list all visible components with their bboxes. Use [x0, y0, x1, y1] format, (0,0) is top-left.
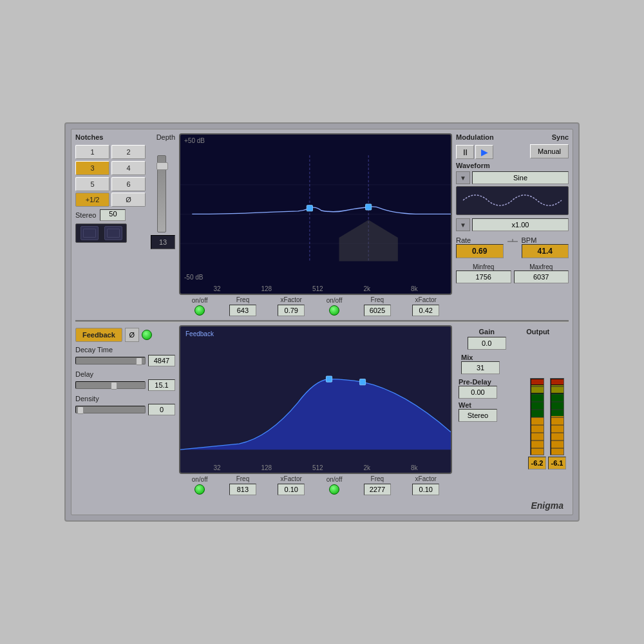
play-button[interactable]: ▶	[475, 145, 493, 159]
spectrum-display-feedback[interactable]: Feedback 32 128 512 2k 8k	[179, 325, 452, 474]
notch-btn-2[interactable]: 2	[111, 145, 146, 159]
svg-rect-6	[307, 205, 312, 211]
depth-slider[interactable]	[157, 155, 166, 232]
meter-right-value: -6.1	[548, 457, 566, 469]
wet-value[interactable]: Stereo	[459, 409, 497, 422]
fb-notch2-led[interactable]	[329, 484, 339, 495]
special-btns: +1/2 Ø	[75, 193, 146, 207]
notch1-onoff-group: on/off	[192, 297, 208, 316]
predelay-label: Pre-Delay	[459, 378, 491, 386]
waveform-preview	[456, 186, 569, 215]
pattern-icon-2[interactable]	[104, 226, 122, 240]
notch1-xfactor-value[interactable]: 0.79	[278, 305, 305, 316]
delay-value[interactable]: 15.1	[148, 379, 175, 391]
notch-btn-3[interactable]: 3	[75, 161, 109, 175]
depth-value[interactable]: 13	[151, 235, 175, 249]
db-top-label: +50 dB	[184, 137, 205, 144]
freq-2k: 2k	[364, 285, 371, 292]
freq-32: 32	[213, 285, 220, 292]
feedback-button[interactable]: Feedback	[75, 328, 122, 342]
pattern-icon-1[interactable]	[80, 226, 99, 240]
waveform-value[interactable]: Sine	[472, 171, 569, 184]
notch1-onoff-label: on/off	[192, 297, 208, 304]
gain-value[interactable]: 0.0	[468, 337, 506, 350]
rate-section: Rate 0.69	[456, 236, 504, 258]
notch2-freq-value[interactable]: 6025	[364, 305, 391, 316]
feedback-spectrum-svg	[180, 327, 451, 473]
meter-left-value: -6.2	[528, 457, 546, 469]
fb-notch1-xfactor-value[interactable]: 0.10	[278, 484, 305, 495]
stereo-label: Stereo	[75, 211, 96, 219]
svg-rect-11	[359, 379, 365, 384]
meter-right: -6.1	[548, 378, 566, 469]
density-row: Density 0	[75, 395, 175, 415]
freq-labels-top: 32 128 512 2k 8k	[180, 285, 451, 292]
notch1-led[interactable]	[194, 305, 205, 316]
minfreq-value[interactable]: 1756	[456, 270, 511, 283]
freq-8k: 8k	[411, 285, 418, 292]
fb-notch2-xfactor-value[interactable]: 0.10	[412, 484, 439, 495]
notch2-xfactor-value[interactable]: 0.42	[412, 305, 439, 316]
mod-buttons: ⏸ ▶	[456, 145, 493, 159]
notch1-freq-group: Freq 643	[229, 296, 256, 316]
meter-left: -6.2	[528, 378, 546, 469]
notch-btn-5[interactable]: 5	[75, 177, 109, 191]
mod-sync-row: Modulation Sync	[456, 133, 569, 141]
fb-notch2-onoff-group: on/off	[327, 476, 343, 495]
predelay-value[interactable]: 0.00	[459, 386, 497, 399]
fb-notch2-freq-value[interactable]: 2277	[364, 484, 391, 495]
notch2-led[interactable]	[329, 305, 339, 316]
maxfreq-value[interactable]: 6037	[514, 270, 569, 283]
decay-time-slider[interactable]	[75, 357, 146, 365]
fb-notch1-freq-value[interactable]: 813	[229, 484, 256, 495]
notch1-freq-value[interactable]: 643	[229, 305, 256, 316]
density-value[interactable]: 0	[148, 404, 175, 415]
feedback-spectrum-label: Feedback	[185, 330, 214, 337]
notch2-xfactor-label: xFactor	[415, 296, 437, 303]
maxfreq-section: Maxfreq 6037	[514, 263, 569, 283]
bpm-value[interactable]: 41.4	[522, 244, 569, 258]
waveform-section: Waveform ▼ Sine ▼	[456, 162, 569, 231]
notch-btn-4[interactable]: 4	[111, 161, 146, 175]
density-slider[interactable]	[75, 406, 146, 413]
fb-notch1-onoff-label: on/off	[192, 476, 208, 483]
pause-button[interactable]: ⏸	[456, 145, 474, 159]
special-btn-phase[interactable]: Ø	[111, 193, 146, 207]
freq-512: 512	[312, 285, 323, 292]
plugin-container: Notches Depth 1 2 3 4 5 6	[64, 122, 580, 522]
waveform-dropdown-arrow[interactable]: ▼	[456, 171, 470, 184]
notch-controls-feedback: on/off Freq 813 xFactor 0.10	[179, 474, 452, 497]
decay-time-value[interactable]: 4847	[148, 355, 175, 366]
spectrum-display-top[interactable]: +50 dB -50 dB	[179, 133, 452, 295]
gain-label: Gain	[479, 328, 495, 336]
waveform-label: Waveform	[456, 162, 569, 169]
modulation-label: Modulation	[456, 133, 494, 141]
rate-bpm-row: Rate 0.69 BPM 41.4	[456, 236, 569, 258]
svg-rect-7	[366, 204, 372, 210]
delay-slider[interactable]	[75, 381, 146, 389]
feedback-led[interactable]	[142, 330, 152, 340]
freq-128: 128	[261, 285, 272, 292]
svg-marker-5	[339, 220, 398, 261]
fb-freq-128: 128	[261, 464, 272, 471]
stereo-input[interactable]: 50	[100, 209, 126, 221]
feedback-panel: Feedback Ø Decay Time 4847	[75, 325, 175, 497]
mix-value[interactable]: 31	[461, 361, 500, 374]
special-btn-half[interactable]: +1/2	[75, 193, 109, 207]
notch-btn-6[interactable]: 6	[111, 177, 146, 191]
waveform-dropdown: ▼ Sine	[456, 171, 569, 184]
minfreq-section: Minfreq 1756	[456, 263, 511, 283]
fb-notch1-led[interactable]	[194, 484, 205, 495]
fb-notch1-freq-label: Freq	[236, 475, 250, 482]
spectrum-svg-top	[180, 135, 451, 294]
svg-rect-12	[531, 379, 544, 384]
manual-button[interactable]: Manual	[530, 144, 569, 158]
depth-slider-thumb	[156, 162, 168, 170]
multiplier-value[interactable]: x1.00	[472, 218, 569, 231]
multiplier-dropdown-arrow[interactable]: ▼	[456, 218, 470, 231]
rate-value[interactable]: 0.69	[456, 244, 504, 258]
svg-rect-28	[551, 416, 564, 455]
feedback-phase-button[interactable]: Ø	[125, 328, 139, 342]
notch2-xfactor-group: xFactor 0.42	[412, 296, 439, 316]
notch-btn-1[interactable]: 1	[75, 145, 109, 159]
